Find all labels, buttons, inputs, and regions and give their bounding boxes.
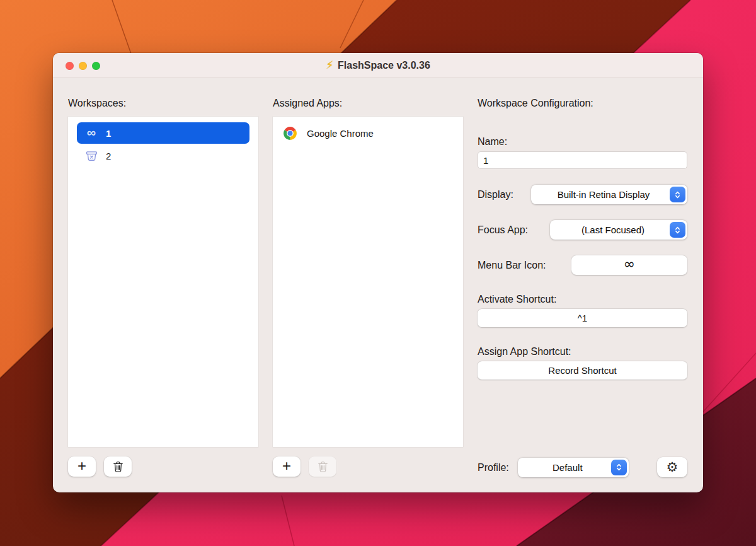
workspace-name: 1 bbox=[106, 128, 111, 139]
xmark-bin-icon bbox=[84, 149, 99, 163]
profile-row: Profile: Default ⚙ bbox=[478, 457, 687, 477]
workspace-name: 2 bbox=[106, 151, 111, 161]
profile-label: Profile: bbox=[478, 462, 509, 473]
desktop: ⚡ FlashSpace v3.0.36 Workspaces: ∞ 1 bbox=[0, 0, 756, 546]
workspaces-label: Workspaces: bbox=[68, 97, 258, 109]
zoom-button[interactable] bbox=[92, 62, 100, 70]
minimize-button[interactable] bbox=[79, 62, 87, 70]
plus-icon: + bbox=[77, 458, 86, 475]
app-row-google-chrome[interactable]: Google Chrome bbox=[273, 125, 463, 141]
traffic-lights bbox=[66, 53, 100, 78]
close-button[interactable] bbox=[66, 62, 74, 70]
menu-bar-icon-button[interactable]: ∞ bbox=[571, 255, 687, 275]
focus-app-dropdown[interactable]: (Last Focused) bbox=[550, 220, 687, 240]
display-dropdown[interactable]: Built-in Retina Display bbox=[531, 185, 687, 204]
name-label: Name: bbox=[478, 136, 687, 148]
menu-bar-icon-row: Menu Bar Icon: ∞ bbox=[478, 255, 687, 275]
trash-icon bbox=[317, 460, 329, 473]
delete-workspace-button[interactable] bbox=[104, 456, 132, 477]
display-value: Built-in Retina Display bbox=[531, 189, 687, 200]
workspaces-actions: + bbox=[68, 456, 258, 477]
profile-dropdown[interactable]: Default bbox=[518, 458, 629, 477]
google-chrome-icon bbox=[282, 125, 298, 141]
add-app-button[interactable]: + bbox=[273, 456, 301, 477]
window-content: Workspaces: ∞ 1 bbox=[53, 78, 703, 492]
assign-app-shortcut-label: Assign App Shortcut: bbox=[478, 346, 687, 357]
chevron-up-down-icon bbox=[670, 222, 685, 238]
settings-button[interactable]: ⚙ bbox=[657, 457, 687, 477]
plus-icon: + bbox=[282, 458, 291, 475]
configuration-column: Workspace Configuration: Name: Display: … bbox=[478, 78, 687, 477]
name-input[interactable] bbox=[478, 151, 687, 169]
focus-app-label: Focus App: bbox=[478, 224, 528, 236]
workspaces-list: ∞ 1 2 bbox=[68, 117, 258, 447]
lightning-bolt-icon: ⚡ bbox=[326, 59, 333, 72]
flashspace-window: ⚡ FlashSpace v3.0.36 Workspaces: ∞ 1 bbox=[53, 53, 703, 492]
app-name: Google Chrome bbox=[307, 128, 374, 139]
menu-bar-icon-label: Menu Bar Icon: bbox=[478, 259, 546, 271]
delete-app-button[interactable] bbox=[309, 456, 336, 477]
workspace-row-2[interactable]: 2 bbox=[77, 145, 249, 166]
trash-icon bbox=[112, 460, 124, 473]
focus-app-row: Focus App: (Last Focused) bbox=[478, 220, 687, 240]
assigned-apps-list: Google Chrome bbox=[273, 117, 463, 447]
window-title-text: FlashSpace v3.0.36 bbox=[338, 60, 430, 71]
display-row: Display: Built-in Retina Display bbox=[478, 185, 687, 204]
window-title: ⚡ FlashSpace v3.0.36 bbox=[326, 59, 430, 72]
activate-shortcut-label: Activate Shortcut: bbox=[478, 293, 687, 305]
assigned-apps-column: Assigned Apps: Google Chrome bbox=[273, 78, 463, 477]
chevron-up-down-icon bbox=[611, 460, 627, 475]
workspaces-column: Workspaces: ∞ 1 bbox=[68, 78, 258, 477]
titlebar: ⚡ FlashSpace v3.0.36 bbox=[53, 53, 703, 78]
configuration-label: Workspace Configuration: bbox=[478, 97, 687, 109]
assigned-apps-actions: + bbox=[273, 456, 463, 477]
display-label: Display: bbox=[478, 189, 513, 200]
add-workspace-button[interactable]: + bbox=[68, 456, 96, 477]
assigned-apps-label: Assigned Apps: bbox=[273, 97, 463, 109]
chevron-up-down-icon bbox=[670, 187, 685, 202]
gear-icon: ⚙ bbox=[667, 460, 679, 475]
infinity-icon: ∞ bbox=[84, 126, 99, 141]
workspace-row-1[interactable]: ∞ 1 bbox=[77, 122, 249, 144]
record-shortcut-button[interactable]: Record Shortcut bbox=[478, 361, 687, 380]
focus-app-value: (Last Focused) bbox=[550, 224, 687, 235]
activate-shortcut-field[interactable]: ^1 bbox=[478, 309, 687, 327]
